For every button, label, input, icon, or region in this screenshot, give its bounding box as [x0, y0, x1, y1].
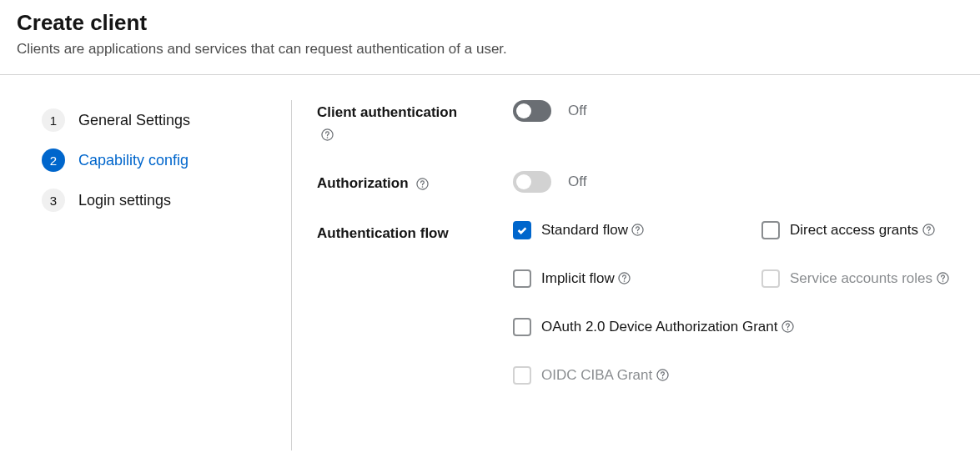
- option-oidc-ciba-grant: OIDC CIBA Grant: [513, 366, 669, 385]
- help-icon[interactable]: [656, 369, 669, 382]
- toggle-knob: [516, 103, 531, 118]
- step-capability-config[interactable]: 2 Capability config: [42, 148, 291, 172]
- step-number: 3: [42, 189, 65, 212]
- row-authentication-flow: Authentication flow Standard flow: [317, 221, 980, 385]
- field-label: Authorization: [317, 171, 513, 194]
- oauth-device-grant-checkbox[interactable]: [513, 318, 531, 336]
- capability-form: Client authentication Off Authorization: [292, 100, 980, 450]
- label-text: Authentication flow: [317, 225, 449, 241]
- help-icon[interactable]: [936, 272, 949, 285]
- toggle-state-label: Off: [568, 103, 586, 119]
- field-label: Authentication flow: [317, 221, 513, 244]
- toggle-knob: [516, 174, 531, 189]
- row-authorization: Authorization Off: [317, 171, 980, 194]
- label-text: Direct access grants: [790, 222, 918, 239]
- help-icon[interactable]: [415, 178, 429, 191]
- checkbox-label: Standard flow: [541, 222, 645, 239]
- label-text: OIDC CIBA Grant: [541, 367, 652, 384]
- step-label: General Settings: [78, 112, 190, 129]
- client-authentication-toggle[interactable]: [513, 100, 551, 122]
- help-icon[interactable]: [922, 224, 935, 237]
- step-label: Login settings: [78, 192, 171, 209]
- step-label: Capability config: [78, 152, 188, 169]
- label-text: Implicit flow: [541, 270, 615, 287]
- option-oauth-device-grant: OAuth 2.0 Device Authorization Grant: [513, 318, 795, 336]
- page-header: Create client Clients are applications a…: [0, 0, 980, 75]
- step-general-settings[interactable]: 1 General Settings: [42, 108, 291, 132]
- help-icon[interactable]: [631, 224, 645, 237]
- checkbox-label: OAuth 2.0 Device Authorization Grant: [541, 319, 795, 335]
- label-text: OAuth 2.0 Device Authorization Grant: [541, 319, 778, 335]
- auth-flow-options: Standard flow Direct access grants: [513, 221, 970, 385]
- step-number: 1: [42, 108, 65, 132]
- option-standard-flow: Standard flow: [513, 221, 721, 239]
- toggle-state-label: Off: [568, 174, 586, 190]
- service-accounts-roles-checkbox: [761, 269, 780, 288]
- checkbox-label: Implicit flow: [541, 270, 631, 287]
- wizard-stepper: 1 General Settings 2 Capability config 3…: [0, 100, 292, 450]
- help-icon[interactable]: [618, 272, 631, 285]
- help-icon[interactable]: [781, 320, 795, 334]
- option-direct-access-grants: Direct access grants: [761, 221, 970, 239]
- implicit-flow-checkbox[interactable]: [513, 269, 531, 288]
- direct-access-grants-checkbox[interactable]: [761, 221, 780, 239]
- option-service-accounts-roles: Service accounts roles: [761, 269, 970, 288]
- label-text: Client authentication: [317, 104, 457, 120]
- standard-flow-checkbox[interactable]: [513, 221, 531, 239]
- row-client-authentication: Client authentication Off: [317, 100, 980, 144]
- option-implicit-flow: Implicit flow: [513, 269, 721, 288]
- authorization-toggle: [513, 171, 551, 193]
- checkbox-label: Service accounts roles: [790, 270, 949, 287]
- page-description: Clients are applications and services th…: [17, 41, 963, 58]
- field-label: Client authentication: [317, 100, 513, 144]
- label-text: Service accounts roles: [790, 270, 932, 287]
- help-icon[interactable]: [320, 128, 334, 141]
- label-text: Authorization: [317, 175, 409, 191]
- page-title: Create client: [17, 10, 963, 36]
- oidc-ciba-grant-checkbox: [513, 366, 531, 385]
- checkbox-label: OIDC CIBA Grant: [541, 367, 669, 384]
- step-number: 2: [42, 148, 65, 172]
- checkbox-label: Direct access grants: [790, 222, 935, 239]
- step-login-settings[interactable]: 3 Login settings: [42, 189, 291, 212]
- label-text: Standard flow: [541, 222, 628, 239]
